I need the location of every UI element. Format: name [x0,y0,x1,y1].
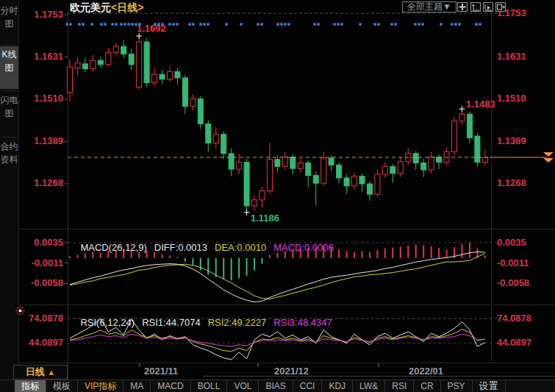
toolbar-item-kdj[interactable]: KDJ [322,380,353,392]
macd-tick-label: -0.0011 [497,258,529,268]
price-tick-label: 1.1510 [16,93,63,104]
price-tick-label: 1.1268 [16,178,63,188]
toolbar-item-macd[interactable]: MACD [151,380,190,392]
price-tick-label: 1.1389 [497,136,526,146]
rsi1-value: RSI1:44.7074 [142,317,201,328]
period-label: 日线 [26,366,45,377]
toolbar-item-cci[interactable]: CCI [293,380,323,392]
macd-tick-label: 0.0035 [16,238,63,248]
extreme-cross-marker [244,210,250,215]
toolbar-item-lwr[interactable]: LW& [353,380,385,392]
rsi-tick-label: 44.0897 [16,338,63,348]
price-tick-label: 1.1753 [16,10,63,20]
rsi-tick-label: 74.0878 [16,313,63,324]
symbol-name: 欧元美元 [70,1,111,13]
chart-title: 欧元美元<日线> [70,1,143,15]
macd-header: MACD(26,12,9)DIFF:0.0013DEA:0.0010MACD:0… [70,231,341,264]
macd-tick-label: -0.0058 [16,278,63,288]
x-axis-date: 2021/11 [144,366,178,377]
low-price-annotation: 1.1186 [251,213,279,224]
theme-selector-dropdown[interactable]: 全部主题▼ [402,1,456,13]
crosshair-icon[interactable] [457,2,468,12]
indicator-toolbar: 指标 模板 VIP指标 MA MACD BOLL VOL BIAS CCI KD… [0,379,555,392]
toolbar-item-template[interactable]: 模板 [46,380,78,392]
x-axis-zoom-icon[interactable] [483,2,493,12]
pan-to-latest-icon[interactable] [495,2,506,12]
macd-tick-label: -0.0058 [497,278,529,288]
price-tick-label: 1.1510 [497,93,526,104]
toolbar-item-settings[interactable]: 设置 [473,380,506,392]
price-tick-label: 1.1268 [497,178,526,188]
macd-tick-label: 0.0035 [497,238,526,248]
toolbar-item-psy[interactable]: PSY [441,380,473,392]
extreme-cross-marker [136,33,142,39]
price-tick-label: 1.1631 [497,51,526,62]
recent-high-annotation: 1.1483 [466,99,495,110]
price-tick-label: 1.1389 [16,136,63,146]
x-axis-date: 2021/12 [274,366,309,377]
toolbar-item-indicator[interactable]: 指标 [15,380,46,392]
marker-dots-layer [65,23,481,26]
extreme-cross-marker [459,106,465,112]
y-axis-zoom-icon[interactable] [470,2,481,12]
futures-chart-window: 分时图 K线图 闪电图 合约资料 欧元美元<日线> 全部主题▼ 1.1753 1… [0,0,555,392]
x-axis-date: 2022/01 [409,366,443,377]
chevron-up-icon: ▲ [47,368,55,377]
toolbar-item-ma[interactable]: MA [123,380,151,392]
rsi-tick-label: 74.0878 [497,313,531,324]
rsi2-value: RSI2:49.2227 [208,317,267,328]
macd-tick-label: -0.0011 [16,258,63,268]
toolbar-item-bias[interactable]: BIAS [259,380,293,392]
toolbar-item-boll[interactable]: BOLL [191,380,228,392]
rsi-header: RSI(6,12,24)RSI1:44.7074RSI2:49.2227RSI3… [70,306,340,339]
macd-bar-value: MACD:0.0006 [273,242,334,253]
toolbar-item-cr[interactable]: CR [414,380,440,392]
toolbar-item-vip-indicator[interactable]: VIP指标 [78,380,123,392]
high-price-annotation: 1.1692 [137,23,166,34]
toolbar-item-rsi[interactable]: RSI [385,380,414,392]
rsi3-value: RSI3:48.4347 [273,317,332,328]
price-tick-label: 1.1631 [16,51,63,62]
macd-diff-value: DIFF:0.0013 [154,242,207,253]
rsi-tick-label: 44.0897 [497,338,531,348]
candles-layer [68,36,488,213]
period-tag: <日线> [111,1,143,13]
macd-params: MACD(26,12,9) [80,242,146,253]
rsi-params: RSI(6,12,24) [80,317,135,328]
period-selector[interactable]: 日线 ▲ [13,365,68,379]
macd-dea-value: DEA:0.0010 [215,242,266,253]
toolbar-item-vol[interactable]: VOL [227,380,259,392]
